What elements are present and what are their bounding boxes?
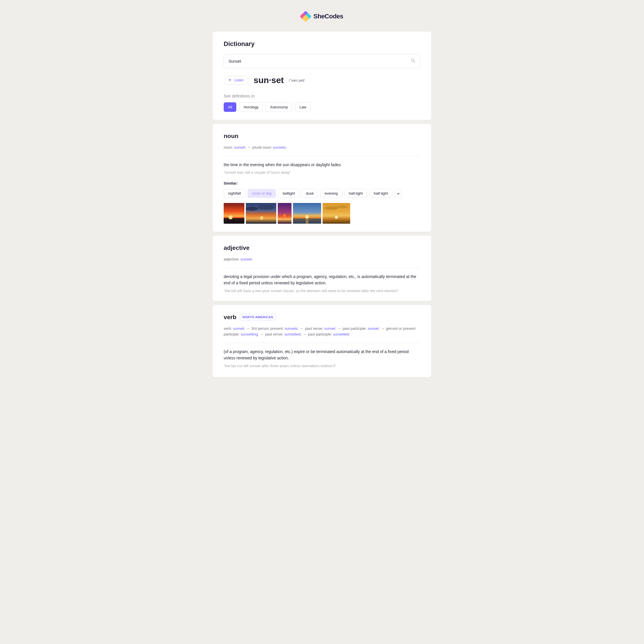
form-segment: verb: sunset; <box>224 326 245 331</box>
form-segment: noun: sunset; <box>224 145 246 149</box>
svg-line-1 <box>414 61 415 62</box>
verb-quote: "the tax cut will sunset after three yea… <box>224 364 420 368</box>
svg-point-7 <box>260 216 263 220</box>
svg-point-6 <box>257 205 275 210</box>
form-segment: 3rd person present: sunsets; <box>251 326 299 331</box>
gallery-image[interactable] <box>224 203 244 224</box>
speaker-icon <box>229 78 232 83</box>
svg-point-0 <box>411 59 414 62</box>
see-definitions-label: See definitions in: <box>224 94 420 98</box>
phonetic-text: /ˈsənˌset/ <box>289 78 304 83</box>
adjective-forms: adjective: sunset; <box>224 256 420 268</box>
brand-name: SheCodes <box>313 13 343 20</box>
listen-label: Listen <box>234 78 244 82</box>
category-row: All Horology Astronomy Law <box>224 102 420 112</box>
listen-button[interactable]: Listen <box>224 76 248 85</box>
svg-point-5 <box>246 207 258 211</box>
synonym-pill[interactable]: dusk <box>302 189 318 198</box>
svg-point-3 <box>229 215 233 219</box>
category-law[interactable]: Law <box>295 102 311 112</box>
adjective-definition: denoting a legal provision under which a… <box>224 274 420 286</box>
form-segment: past participle: sunset; <box>342 326 379 331</box>
svg-point-11 <box>305 215 309 219</box>
adjective-title: adjective <box>224 244 420 251</box>
gallery-image[interactable] <box>323 203 350 224</box>
form-segment: plural noun: sunsets; <box>252 145 287 149</box>
form-segment: adjective: sunset; <box>224 257 252 261</box>
search-input[interactable] <box>229 59 408 64</box>
category-all[interactable]: All <box>224 102 236 112</box>
synonym-pill[interactable]: close of day <box>248 189 276 198</box>
synonym-row: nightfall close of day twillight dusk ev… <box>224 189 420 198</box>
verb-forms: verb: sunset; – 3rd person present: suns… <box>224 326 420 343</box>
noun-quote: "sunset was still a couple of hours away… <box>224 170 420 175</box>
synonym-pill[interactable]: half-light <box>344 189 367 198</box>
gallery-image[interactable] <box>278 203 292 224</box>
verb-title: verb <box>224 314 236 321</box>
category-astronomy[interactable]: Astronomy <box>266 102 292 112</box>
noun-title: noun <box>224 133 420 139</box>
search-box[interactable] <box>224 54 420 68</box>
synonym-pill[interactable]: half-light <box>369 189 392 198</box>
gallery-image[interactable] <box>293 203 321 224</box>
svg-point-16 <box>336 206 348 208</box>
form-segment: past participle: sunsetted <box>308 332 349 336</box>
gallery-image[interactable] <box>246 203 276 224</box>
search-card: Dictionary Listen sun·set /ˈsənˌset/ See… <box>213 32 431 120</box>
chevron-down-icon <box>397 191 400 196</box>
svg-point-17 <box>335 216 338 219</box>
logo-mark-icon <box>301 11 311 21</box>
synonym-pill[interactable]: evening <box>320 189 342 198</box>
synonym-pill[interactable]: nightfall <box>224 189 245 198</box>
expand-synonyms-button[interactable] <box>394 189 402 198</box>
adjective-quote: "the bill will have a two-year sunset cl… <box>224 289 420 293</box>
page-title: Dictionary <box>224 40 420 48</box>
svg-point-9 <box>283 214 286 217</box>
verb-card: verb NORTH AMERICAN verb: sunset; – 3rd … <box>213 305 431 377</box>
svg-point-15 <box>324 206 338 210</box>
search-icon[interactable] <box>411 58 415 64</box>
similar-label: Similiar: <box>224 181 420 185</box>
brand-logo: SheCodes <box>213 11 431 21</box>
image-gallery <box>224 203 420 224</box>
synonym-pill[interactable]: twillight <box>278 189 299 198</box>
noun-forms: noun: sunset; – plural noun: sunsets; <box>224 145 420 156</box>
svg-rect-8 <box>278 203 292 224</box>
form-segment: past tense: sunset; <box>305 326 336 331</box>
svg-rect-2 <box>224 203 244 224</box>
region-chip: NORTH AMERICAN <box>240 314 276 320</box>
noun-definition: the time in the evening when the sun dis… <box>224 162 420 168</box>
noun-card: noun noun: sunset; – plural noun: sunset… <box>213 124 431 232</box>
adjective-card: adjective adjective: sunset; denoting a … <box>213 236 431 301</box>
verb-definition: (of a program, agency, regulation, etc.)… <box>224 349 420 361</box>
svg-rect-13 <box>306 219 308 224</box>
category-horology[interactable]: Horology <box>239 102 263 112</box>
form-segment: past tense: sunsetted; <box>265 332 302 336</box>
headword: sun·set <box>254 75 284 85</box>
